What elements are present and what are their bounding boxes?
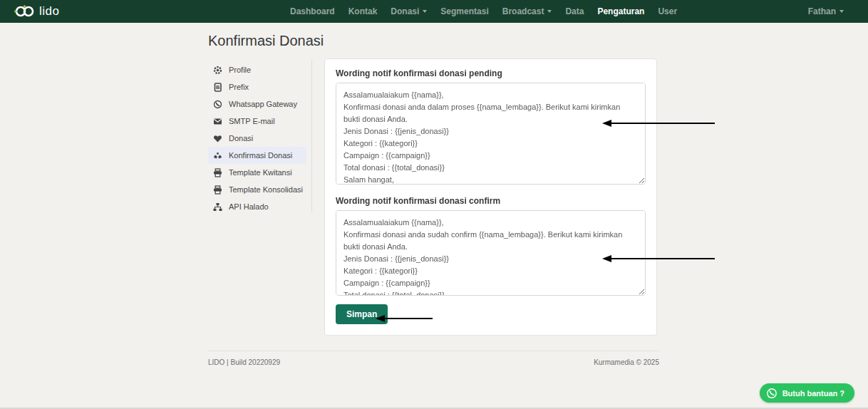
sidebar-item-label: Template Konsolidasi	[229, 185, 303, 194]
whatsapp-icon	[766, 388, 777, 399]
main-nav: Dashboard Kontak Donasi Segmentasi Broad…	[109, 6, 857, 16]
hands-icon	[213, 151, 222, 160]
address-book-icon: B	[213, 83, 222, 92]
printer-icon	[213, 168, 222, 177]
sidebar-item-label: Konfirmasi Donasi	[229, 151, 292, 160]
confirm-wording-label: Wording notif konfirmasi donasi confirm	[336, 196, 646, 206]
pending-wording-label: Wording notif konfirmasi donasi pending	[336, 68, 646, 78]
chevron-down-icon	[547, 10, 552, 13]
annotation-arrow-save-button	[376, 314, 433, 323]
sidebar-item-prefix[interactable]: B Prefix	[208, 78, 306, 95]
sidebar-item-label: SMTP E-mail	[229, 117, 275, 125]
nav-item-segmentasi[interactable]: Segmentasi	[440, 6, 488, 16]
printer-icon	[213, 185, 222, 195]
sidebar-item-label: Whatsapp Gateway	[229, 100, 297, 108]
nav-item-pengaturan[interactable]: Pengaturan	[597, 6, 644, 16]
nav-item-dashboard[interactable]: Dashboard	[290, 6, 335, 16]
sidebar-item-donasi[interactable]: Donasi	[208, 130, 306, 147]
sidebar-item-konfirmasi-donasi[interactable]: Konfirmasi Donasi	[208, 147, 306, 164]
help-button[interactable]: Butuh bantuan ?	[760, 383, 854, 403]
sidebar-divider	[311, 60, 312, 212]
brand-name: lido	[39, 4, 59, 19]
sidebar-item-label: Donasi	[229, 134, 253, 143]
sidebar-item-smtp-email[interactable]: SMTP E-mail	[208, 113, 306, 130]
sidebar-item-template-konsolidasi[interactable]: Template Konsolidasi	[208, 181, 306, 198]
help-button-label: Butuh bantuan ?	[782, 389, 844, 398]
sidebar-item-label: Prefix	[229, 83, 249, 91]
page-footer: LIDO | Build 20220929 Kurmamedia © 2025	[208, 351, 659, 366]
lido-infinity-icon	[14, 5, 36, 18]
sidebar-item-whatsapp-gateway[interactable]: Whatsapp Gateway	[208, 95, 306, 113]
chevron-down-icon	[423, 10, 427, 13]
footer-copyright: Kurmamedia © 2025	[594, 358, 659, 366]
envelope-icon	[213, 117, 222, 126]
top-navbar: lido Dashboard Kontak Donasi Segmentasi …	[0, 0, 868, 23]
sidebar-item-label: Template Kwitansi	[229, 168, 292, 177]
sidebar-item-label: API Halado	[229, 202, 269, 211]
gear-icon	[213, 66, 222, 75]
nav-item-broadcast[interactable]: Broadcast	[502, 6, 552, 16]
footer-build-info: LIDO | Build 20220929	[208, 358, 280, 366]
whatsapp-icon	[213, 100, 222, 109]
sidebar-item-profile[interactable]: Profile	[208, 61, 306, 78]
sidebar-item-label: Profile	[229, 66, 251, 74]
settings-sidebar: Profile B Prefix Whatsapp Gateway SMTP E…	[208, 61, 306, 215]
page-title: Konfirmasi Donasi	[208, 33, 324, 49]
pending-wording-textarea[interactable]: Assalamualaiakum {{nama}}, Konfirmasi do…	[336, 83, 646, 185]
sidebar-item-api-halado[interactable]: API Halado	[208, 198, 306, 215]
sidebar-item-template-kwitansi[interactable]: Template Kwitansi	[208, 164, 306, 181]
app-logo[interactable]: lido	[14, 4, 59, 19]
wording-form-card: Wording notif konfirmasi donasi pending …	[324, 58, 657, 336]
heart-icon	[213, 134, 222, 143]
annotation-arrow-pending-textarea	[602, 119, 715, 128]
confirm-wording-textarea[interactable]: Assalamualaiakum {{nama}}, Konfirmasi do…	[336, 210, 646, 296]
nav-item-user[interactable]: User	[658, 6, 677, 16]
nav-item-donasi[interactable]: Donasi	[391, 6, 427, 16]
annotation-arrow-confirm-textarea	[602, 254, 715, 263]
svg-text:B: B	[216, 84, 220, 90]
sitemap-icon	[213, 202, 222, 212]
nav-item-kontak[interactable]: Kontak	[348, 6, 378, 16]
nav-item-data[interactable]: Data	[565, 6, 584, 16]
